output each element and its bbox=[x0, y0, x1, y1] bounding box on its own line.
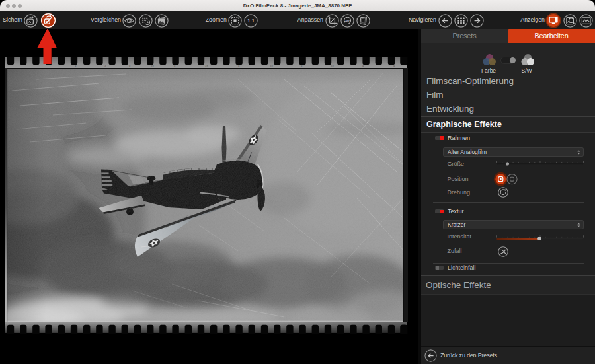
svg-text:40: 40 bbox=[151, 65, 154, 67]
svg-text:90°: 90° bbox=[346, 18, 351, 22]
svg-text:1:1: 1:1 bbox=[247, 18, 254, 24]
svg-text:40: 40 bbox=[331, 65, 334, 67]
svg-text:40: 40 bbox=[270, 65, 273, 67]
svg-text:40: 40 bbox=[205, 65, 208, 67]
